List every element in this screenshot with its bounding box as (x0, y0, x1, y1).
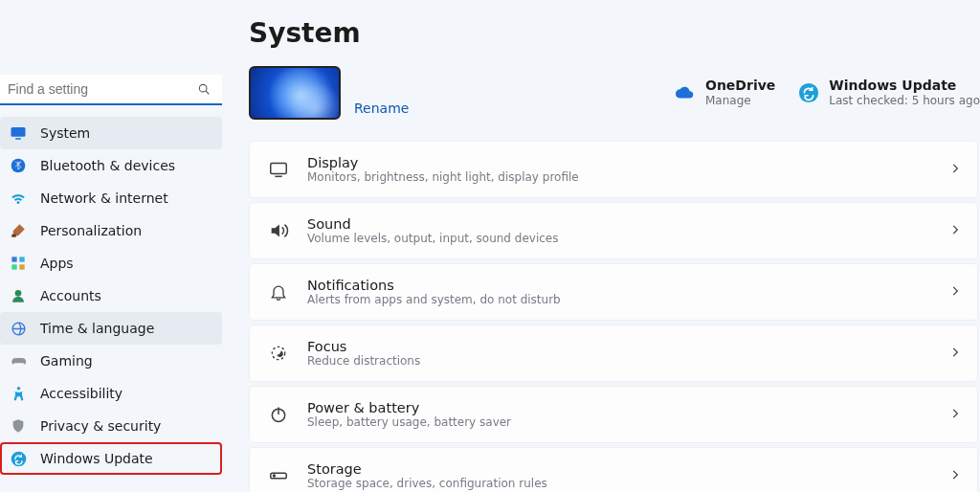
card-focus[interactable]: Focus Reduce distractions (249, 324, 978, 382)
svg-rect-6 (11, 257, 16, 261)
device-thumbnail[interactable] (249, 66, 341, 120)
chevron-right-icon (948, 162, 962, 178)
card-title: Focus (307, 339, 948, 354)
update-title: Windows Update (829, 78, 980, 94)
nav-label: Time & language (40, 321, 154, 336)
storage-icon (267, 464, 290, 487)
nav-label: Personalization (40, 223, 142, 238)
card-power[interactable]: Power & battery Sleep, battery usage, ba… (249, 386, 978, 443)
card-title: Sound (307, 216, 948, 232)
sound-icon (267, 219, 290, 242)
display-icon (267, 158, 290, 181)
svg-rect-3 (15, 138, 21, 140)
cloud-icon (675, 82, 696, 103)
windows-update-status[interactable]: Windows Update Last checked: 5 hours ago (798, 78, 980, 107)
update-sync-icon (10, 450, 27, 467)
apps-icon (10, 255, 27, 272)
nav-item-personalization[interactable]: Personalization (0, 214, 222, 247)
nav-label: Accounts (40, 288, 101, 303)
header-row: Rename OneDrive Manage Windows Update La… (249, 66, 980, 120)
globe-clock-icon (10, 320, 27, 337)
nav-item-system[interactable]: System (0, 117, 222, 149)
nav-label: System (40, 125, 90, 141)
svg-rect-8 (11, 264, 16, 269)
bell-icon (267, 280, 290, 303)
svg-point-10 (15, 290, 22, 297)
card-title: Display (307, 155, 948, 170)
nav-item-windows-update[interactable]: Windows Update (0, 442, 222, 475)
monitor-icon (10, 124, 27, 142)
card-sub: Alerts from apps and system, do not dist… (307, 293, 948, 306)
card-sub: Monitors, brightness, night light, displ… (307, 170, 948, 184)
focus-moon-icon (267, 342, 290, 365)
svg-rect-5 (11, 235, 16, 237)
paintbrush-icon (10, 222, 27, 239)
svg-rect-2 (11, 127, 26, 137)
onedrive-title: OneDrive (705, 78, 775, 94)
svg-point-12 (16, 387, 20, 391)
svg-point-21 (274, 475, 276, 477)
card-storage[interactable]: Storage Storage space, drives, configura… (249, 447, 978, 492)
gamepad-icon (10, 352, 27, 369)
accessibility-icon (10, 385, 27, 402)
nav-label: Gaming (40, 353, 93, 369)
shield-icon (10, 417, 27, 435)
nav-item-privacy[interactable]: Privacy & security (0, 410, 222, 442)
nav-item-time-language[interactable]: Time & language (0, 312, 222, 345)
chevron-right-icon (948, 346, 962, 362)
nav-label: Bluetooth & devices (40, 158, 175, 173)
nav-item-accessibility[interactable]: Accessibility (0, 377, 222, 410)
search-box[interactable] (0, 75, 222, 105)
card-sub: Volume levels, output, input, sound devi… (307, 232, 948, 245)
card-title: Notifications (307, 278, 948, 293)
nav-item-network[interactable]: Network & internet (0, 182, 222, 214)
svg-point-0 (199, 84, 207, 92)
update-sub: Last checked: 5 hours ago (829, 94, 980, 107)
nav-item-bluetooth[interactable]: Bluetooth & devices (0, 149, 222, 182)
card-notifications[interactable]: Notifications Alerts from apps and syste… (249, 263, 978, 321)
onedrive-sub: Manage (705, 94, 775, 107)
chevron-right-icon (948, 468, 962, 484)
chevron-right-icon (948, 223, 962, 239)
person-icon (10, 287, 27, 304)
nav-label: Network & internet (40, 190, 168, 206)
page-title: System (249, 17, 980, 49)
card-title: Storage (307, 461, 948, 477)
card-sub: Storage space, drives, configuration rul… (307, 477, 948, 490)
search-icon (197, 82, 211, 99)
wifi-icon (10, 190, 27, 207)
nav-label: Privacy & security (40, 418, 161, 434)
main-panel: System Rename OneDrive Manage Window (222, 0, 980, 492)
bluetooth-icon (10, 157, 27, 174)
settings-card-list: Display Monitors, brightness, night ligh… (249, 141, 980, 492)
card-sub: Reduce distractions (307, 354, 948, 368)
nav-list: System Bluetooth & devices Network & int… (0, 117, 222, 475)
update-sync-icon (798, 82, 819, 103)
nav-label: Apps (40, 256, 74, 271)
sidebar: System Bluetooth & devices Network & int… (0, 0, 222, 492)
nav-item-gaming[interactable]: Gaming (0, 345, 222, 377)
power-icon (267, 403, 290, 426)
svg-rect-15 (271, 164, 287, 174)
nav-item-apps[interactable]: Apps (0, 247, 222, 280)
card-title: Power & battery (307, 400, 948, 415)
rename-link[interactable]: Rename (354, 101, 409, 116)
card-sub: Sleep, battery usage, battery saver (307, 415, 948, 429)
card-sound[interactable]: Sound Volume levels, output, input, soun… (249, 202, 978, 259)
search-input[interactable] (0, 75, 222, 105)
onedrive-status[interactable]: OneDrive Manage (675, 78, 775, 107)
svg-line-1 (206, 91, 209, 94)
svg-rect-9 (19, 264, 24, 269)
nav-label: Accessibility (40, 386, 122, 401)
chevron-right-icon (948, 407, 962, 423)
card-display[interactable]: Display Monitors, brightness, night ligh… (249, 141, 978, 198)
svg-rect-7 (19, 257, 24, 261)
nav-item-accounts[interactable]: Accounts (0, 280, 222, 312)
nav-label: Windows Update (40, 451, 153, 466)
chevron-right-icon (948, 284, 962, 301)
